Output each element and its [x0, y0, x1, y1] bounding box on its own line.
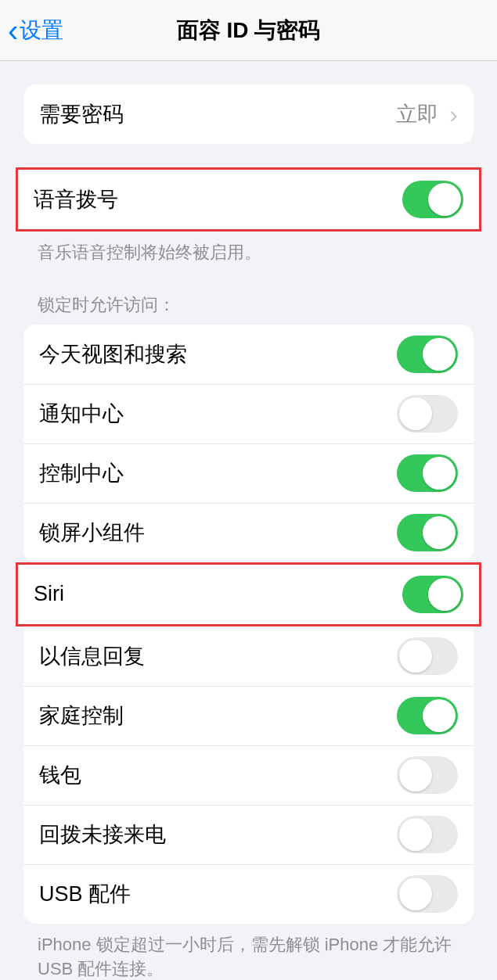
row-label: 今天视图和搜索 — [39, 340, 187, 368]
toggle-knob — [423, 516, 456, 549]
toggle-knob — [399, 640, 432, 673]
row-label: Siri — [34, 582, 64, 606]
toggle-usb[interactable] — [397, 875, 458, 913]
page-title: 面容 ID 与密码 — [0, 16, 497, 45]
toggle-voice-dial[interactable] — [402, 181, 463, 218]
row-label: 通知中心 — [39, 400, 124, 428]
row-notification: 通知中心 — [23, 384, 474, 443]
row-require-passcode[interactable]: 需要密码 立即 › — [23, 84, 474, 144]
highlight-voice-dial: 语音拨号 — [0, 167, 497, 232]
row-siri: Siri — [18, 565, 479, 624]
row-label: 钱包 — [39, 761, 81, 789]
back-label: 设置 — [20, 16, 63, 45]
toggle-knob — [399, 759, 432, 792]
toggle-knob — [399, 878, 432, 910]
toggle-knob — [399, 397, 432, 430]
toggle-knob — [428, 183, 461, 216]
toggle-control[interactable] — [397, 454, 458, 492]
row-voice-dial: 语音拨号 — [18, 170, 479, 229]
toggle-reply[interactable] — [397, 637, 458, 675]
row-label: 需要密码 — [39, 100, 124, 128]
toggle-home[interactable] — [397, 697, 458, 734]
usb-note: iPhone 锁定超过一小时后，需先解锁 iPhone 才能允许 USB 配件连… — [38, 933, 459, 980]
row-today: 今天视图和搜索 — [23, 325, 474, 384]
row-value-text: 立即 — [396, 100, 438, 128]
row-usb: USB 配件 — [23, 864, 474, 924]
toggle-knob — [428, 578, 461, 611]
group-require-passcode: 需要密码 立即 › — [23, 84, 474, 144]
voice-dial-note: 音乐语音控制将始终被启用。 — [38, 241, 459, 265]
chevron-left-icon: ‹ — [8, 15, 18, 46]
toggle-knob — [399, 818, 432, 851]
toggle-widgets[interactable] — [397, 514, 458, 551]
row-reply: 以信息回复 — [23, 626, 474, 686]
navbar: ‹ 设置 面容 ID 与密码 — [0, 0, 497, 61]
row-label: 控制中心 — [39, 459, 124, 487]
toggle-knob — [423, 338, 456, 371]
row-callback: 回拨未接来电 — [23, 805, 474, 864]
toggle-knob — [423, 699, 456, 732]
toggle-callback[interactable] — [397, 816, 458, 853]
chevron-right-icon: › — [449, 100, 458, 129]
lock-access-header: 锁定时允许访问： — [38, 293, 459, 317]
row-label: USB 配件 — [39, 880, 131, 908]
toggle-notification[interactable] — [397, 395, 458, 433]
row-label: 语音拨号 — [34, 185, 118, 214]
group-lock-access: 今天视图和搜索 通知中心 控制中心 锁屏小组件 — [23, 325, 474, 562]
row-widgets: 锁屏小组件 — [23, 503, 474, 562]
back-button[interactable]: ‹ 设置 — [0, 15, 63, 46]
row-wallet: 钱包 — [23, 745, 474, 805]
toggle-siri[interactable] — [402, 576, 463, 613]
highlight-box: 语音拨号 — [16, 167, 481, 232]
row-label: 以信息回复 — [39, 642, 145, 670]
row-value: 立即 › — [396, 100, 458, 129]
row-control: 控制中心 — [23, 443, 474, 503]
highlight-siri: Siri — [16, 562, 481, 626]
toggle-wallet[interactable] — [397, 756, 458, 794]
row-home: 家庭控制 — [23, 686, 474, 745]
row-label: 锁屏小组件 — [39, 519, 145, 547]
toggle-knob — [423, 457, 456, 490]
row-label: 家庭控制 — [39, 702, 124, 730]
row-label: 回拨未接来电 — [39, 820, 166, 849]
group-lock-access-cont: 以信息回复 家庭控制 钱包 回拨未接来电 USB 配件 — [23, 626, 474, 924]
toggle-today[interactable] — [397, 336, 458, 373]
